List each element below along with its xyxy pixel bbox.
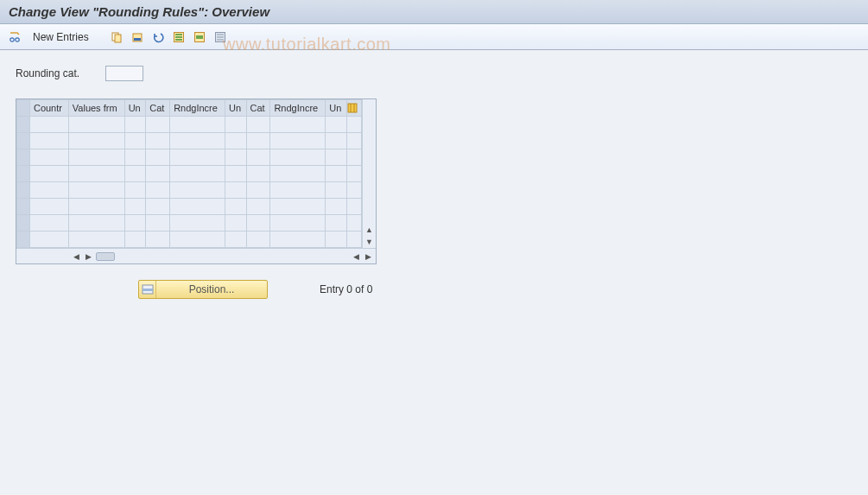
table-cell[interactable]: [68, 182, 124, 199]
table-cell[interactable]: [246, 149, 270, 166]
scroll-down-icon[interactable]: ▼: [363, 236, 376, 248]
row-selector[interactable]: [17, 199, 30, 215]
table-cell[interactable]: [270, 232, 326, 248]
table-cell[interactable]: [68, 199, 124, 215]
table-cell[interactable]: [68, 133, 124, 149]
col-cat-2[interactable]: Cat: [246, 100, 270, 117]
table-cell[interactable]: [270, 149, 326, 166]
table-cell[interactable]: [170, 182, 225, 199]
table-cell[interactable]: [146, 117, 170, 133]
col-rndgincre-1[interactable]: RndgIncre: [170, 100, 225, 117]
table-cell[interactable]: [124, 149, 146, 166]
rounding-cat-input[interactable]: [105, 66, 143, 81]
row-selector[interactable]: [17, 149, 30, 166]
table-cell[interactable]: [225, 133, 246, 149]
table-cell[interactable]: [326, 166, 347, 182]
table-cell[interactable]: [270, 117, 326, 133]
table-row[interactable]: [17, 166, 362, 182]
table-cell[interactable]: [270, 133, 326, 149]
table-row[interactable]: [17, 133, 362, 149]
table-cell[interactable]: [170, 215, 225, 232]
undo-button[interactable]: [149, 29, 167, 46]
table-row[interactable]: [17, 117, 362, 133]
row-selector[interactable]: [17, 117, 30, 133]
col-cat-1[interactable]: Cat: [146, 100, 170, 117]
table-cell[interactable]: [326, 133, 347, 149]
table-cell[interactable]: [146, 232, 170, 248]
table-cell[interactable]: [270, 199, 326, 215]
table-cell[interactable]: [326, 232, 347, 248]
table-cell[interactable]: [326, 149, 347, 166]
table-cell[interactable]: [246, 166, 270, 182]
row-selector[interactable]: [17, 232, 30, 248]
position-button[interactable]: Position...: [138, 280, 268, 299]
table-cell[interactable]: [124, 215, 146, 232]
table-cell[interactable]: [270, 215, 326, 232]
table-cell[interactable]: [170, 199, 225, 215]
deselect-all-button[interactable]: [212, 29, 229, 46]
new-entries-button[interactable]: New Entries: [28, 29, 94, 45]
table-cell[interactable]: [225, 182, 246, 199]
row-selector[interactable]: [17, 166, 30, 182]
vertical-scrollbar[interactable]: ▲ ▼: [362, 99, 376, 248]
table-cell[interactable]: [246, 232, 270, 248]
table-cell[interactable]: [225, 117, 246, 133]
table-cell[interactable]: [225, 166, 246, 182]
row-selector[interactable]: [17, 182, 30, 199]
table-cell[interactable]: [124, 182, 146, 199]
table-cell[interactable]: [225, 215, 246, 232]
table-cell[interactable]: [246, 133, 270, 149]
table-row[interactable]: [17, 182, 362, 199]
table-cell[interactable]: [270, 166, 326, 182]
toggle-edit-button[interactable]: [7, 29, 24, 46]
table-cell[interactable]: [246, 215, 270, 232]
table-cell[interactable]: [29, 215, 68, 232]
table-cell[interactable]: [29, 149, 68, 166]
scroll-right-inner-icon[interactable]: ▶: [82, 252, 94, 261]
table-cell[interactable]: [170, 117, 225, 133]
table-cell[interactable]: [68, 117, 124, 133]
scroll-left-end-icon[interactable]: ◀: [350, 252, 362, 261]
table-cell[interactable]: [246, 182, 270, 199]
row-selector[interactable]: [17, 215, 30, 232]
table-cell[interactable]: [326, 215, 347, 232]
table-cell[interactable]: [29, 232, 68, 248]
table-cell[interactable]: [225, 232, 246, 248]
table-cell[interactable]: [29, 199, 68, 215]
table-row[interactable]: [17, 149, 362, 166]
table-cell[interactable]: [170, 133, 225, 149]
table-config-button[interactable]: [346, 100, 361, 117]
col-values-frm[interactable]: Values frm: [68, 100, 124, 117]
table-cell[interactable]: [124, 199, 146, 215]
table-cell[interactable]: [326, 117, 347, 133]
table-cell[interactable]: [146, 149, 170, 166]
col-un-1[interactable]: Un: [124, 100, 146, 117]
table-cell[interactable]: [246, 199, 270, 215]
table-row[interactable]: [17, 215, 362, 232]
copy-button[interactable]: [108, 29, 125, 46]
col-un-3[interactable]: Un: [326, 100, 347, 117]
table-row[interactable]: [17, 199, 362, 215]
scroll-left-icon[interactable]: ◀: [70, 252, 82, 261]
table-cell[interactable]: [146, 166, 170, 182]
table-cell[interactable]: [124, 133, 146, 149]
col-un-2[interactable]: Un: [225, 100, 246, 117]
table-cell[interactable]: [326, 199, 347, 215]
col-rndgincre-2[interactable]: RndgIncre: [270, 100, 326, 117]
delete-button[interactable]: [129, 29, 146, 46]
table-cell[interactable]: [68, 232, 124, 248]
row-selector[interactable]: [17, 133, 30, 149]
table-cell[interactable]: [124, 166, 146, 182]
select-block-button[interactable]: [191, 29, 208, 46]
table-cell[interactable]: [68, 166, 124, 182]
table-cell[interactable]: [170, 149, 225, 166]
table-cell[interactable]: [270, 182, 326, 199]
scroll-up-icon[interactable]: ▲: [363, 224, 376, 236]
table-cell[interactable]: [124, 117, 146, 133]
table-cell[interactable]: [326, 182, 347, 199]
table-cell[interactable]: [29, 182, 68, 199]
col-countr[interactable]: Countr: [29, 100, 68, 117]
scroll-right-icon[interactable]: ▶: [362, 252, 374, 261]
table-cell[interactable]: [246, 117, 270, 133]
table-cell[interactable]: [146, 133, 170, 149]
